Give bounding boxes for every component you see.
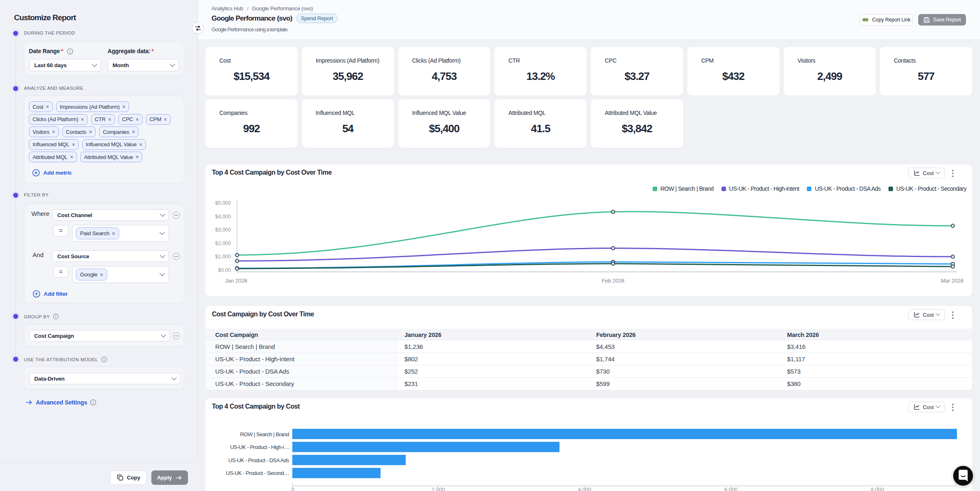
svg-text:$5,000: $5,000 — [215, 200, 231, 206]
svg-text:$3,000: $3,000 — [215, 227, 231, 233]
svg-text:Mar 2026: Mar 2026 — [941, 278, 964, 284]
svg-text:Feb 2026: Feb 2026 — [602, 278, 625, 284]
svg-text:2,000: 2,000 — [432, 486, 445, 491]
svg-text:$4,000: $4,000 — [215, 214, 231, 220]
svg-text:6,000: 6,000 — [724, 486, 738, 491]
svg-text:4,000: 4,000 — [578, 486, 592, 491]
svg-text:ROW | Search | Brand: ROW | Search | Brand — [240, 431, 289, 437]
svg-text:US-UK - Product - High-i…: US-UK - Product - High-i… — [230, 444, 289, 450]
svg-text:$1,000: $1,000 — [215, 254, 231, 260]
svg-text:0: 0 — [291, 486, 294, 491]
svg-text:8,000: 8,000 — [871, 486, 884, 491]
svg-text:Jan 2026: Jan 2026 — [225, 278, 247, 284]
svg-text:$0.00: $0.00 — [218, 267, 231, 273]
svg-text:US-UK - Product - DSA Ads: US-UK - Product - DSA Ads — [228, 457, 289, 463]
svg-text:$2,000: $2,000 — [215, 241, 231, 246]
svg-text:US-UK - Product - Second…: US-UK - Product - Second… — [226, 470, 289, 476]
